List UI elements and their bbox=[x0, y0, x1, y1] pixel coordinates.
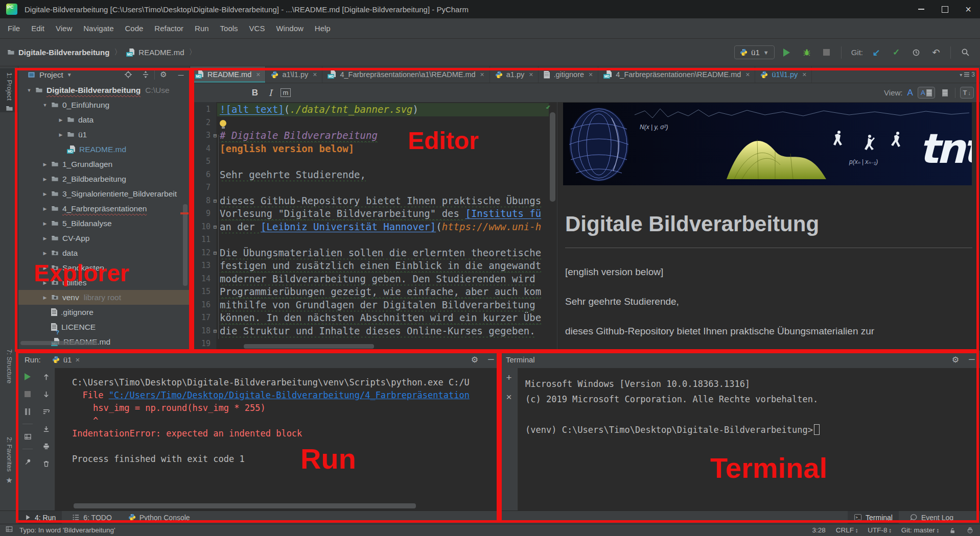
trash-icon[interactable] bbox=[37, 455, 55, 472]
menu-tools[interactable]: Tools bbox=[215, 18, 244, 39]
code-line-3[interactable]: 3⊟# Digitale Bildverarbeitung bbox=[190, 129, 557, 142]
toolwindow-button-favorites[interactable]: 2: Favorites ★ bbox=[0, 433, 18, 485]
tab-ü1\l1.py[interactable]: ü1\l1.py× bbox=[755, 66, 812, 83]
run-console[interactable]: C:\Users\Timo\Desktop\Digitale-Bildverar… bbox=[55, 368, 499, 510]
chevron-collapsed-icon[interactable]: ▶ bbox=[39, 251, 51, 256]
fold-marker-icon[interactable]: ⊟ bbox=[212, 221, 219, 234]
markdown-source-editor[interactable]: 1![alt text](./data/tnt_banner.svg)23⊟# … bbox=[190, 102, 557, 350]
tab-4_Farbrepräsentationen\a1\README.md[interactable]: MD4_Farbrepräsentationen\a1\README.md× bbox=[322, 66, 489, 83]
stacktrace-link[interactable]: "C:/Users/Timo/Desktop/Digitale-Bildvera… bbox=[109, 390, 470, 400]
code-line-18[interactable]: 18⊟die Struktur und Inhalte dieses Onlin… bbox=[190, 325, 557, 338]
tab-4_Farbrepräsentationen\README.md[interactable]: MD4_Farbrepräsentationen\README.md× bbox=[598, 66, 755, 83]
close-icon[interactable]: × bbox=[313, 70, 317, 79]
terminal-prompt[interactable]: (venv) C:\Users\Timo\Desktop\Digitale-Bi… bbox=[525, 422, 980, 437]
tree-item-README.md[interactable]: MDREADME.md bbox=[18, 142, 190, 157]
git-rollback-button[interactable]: ↶ bbox=[928, 46, 944, 59]
gear-icon[interactable]: ⚙ bbox=[947, 353, 964, 366]
search-everywhere-button[interactable] bbox=[958, 46, 973, 59]
run-configuration-selector[interactable]: ü1 ▼ bbox=[734, 45, 775, 59]
view-editor-only-icon[interactable]: A bbox=[907, 88, 913, 98]
chevron-collapsed-icon[interactable]: ▶ bbox=[39, 177, 51, 182]
toolwindow-button-event-log[interactable]: Event Log bbox=[904, 511, 960, 524]
git-update-button[interactable]: ↙ bbox=[869, 46, 884, 59]
terminal-console[interactable]: Microsoft Windows [Version 10.0.18363.13… bbox=[518, 368, 980, 510]
toolwindow-button-project[interactable]: 1: Project bbox=[0, 68, 18, 112]
minimize-button[interactable] bbox=[909, 0, 933, 18]
close-icon[interactable]: × bbox=[802, 70, 806, 79]
project-vertical-scrollbar[interactable] bbox=[183, 204, 188, 286]
menu-run[interactable]: Run bbox=[189, 18, 215, 39]
tree-item-5_Bildanalyse[interactable]: ▶5_Bildanalyse bbox=[18, 216, 190, 231]
stop-disabled-icon[interactable] bbox=[18, 385, 37, 403]
chevron-collapsed-icon[interactable]: ▶ bbox=[39, 236, 51, 241]
code-line-5[interactable]: 5 bbox=[190, 155, 557, 168]
toolwindow-button-6-todo[interactable]: 6: TODO bbox=[66, 511, 118, 524]
chevron-expanded-icon[interactable]: ▼ bbox=[23, 88, 35, 93]
chevron-collapsed-icon[interactable]: ▶ bbox=[55, 117, 67, 123]
tree-item-1_Grundlagen[interactable]: ▶1_Grundlagen bbox=[18, 157, 190, 172]
code-line-6[interactable]: 6Sehr geehrte Studierende, bbox=[190, 168, 557, 182]
toolwindow-button-4-run[interactable]: 4: Run bbox=[18, 511, 62, 524]
pin-icon[interactable] bbox=[18, 453, 37, 470]
hide-panel-icon[interactable]: ─ bbox=[172, 68, 190, 81]
hector-inspections-icon[interactable] bbox=[966, 526, 974, 534]
code-line-13[interactable]: 13festigen und zusätzlich einen Einblick… bbox=[190, 259, 557, 273]
maximize-button[interactable] bbox=[933, 0, 956, 18]
editor-vertical-scrollbar[interactable] bbox=[550, 112, 555, 202]
rerun-icon[interactable] bbox=[18, 368, 37, 385]
chevron-collapsed-icon[interactable]: ▶ bbox=[39, 191, 51, 197]
print-icon[interactable] bbox=[37, 437, 55, 455]
tree-item-data[interactable]: ▶data bbox=[18, 246, 190, 260]
tree-item-.gitignore[interactable]: .gitignore bbox=[18, 305, 190, 320]
toolwindow-button-structure[interactable]: 7: Structure bbox=[0, 345, 18, 387]
toolwindow-switcher-icon[interactable] bbox=[5, 526, 13, 534]
chevron-collapsed-icon[interactable]: ▶ bbox=[39, 280, 51, 285]
tree-item-Sandkasten[interactable]: ▶Sandkasten bbox=[18, 260, 190, 275]
chevron-collapsed-icon[interactable]: ▶ bbox=[39, 206, 51, 211]
chevron-expanded-icon[interactable]: ▼ bbox=[39, 103, 51, 108]
code-line-15[interactable]: 15Programmierübungen gezeigt, wie einfac… bbox=[190, 285, 557, 299]
breadcrumb-item[interactable]: Digitale-Bildverarbeitung bbox=[7, 48, 109, 57]
toolwindow-button-terminal[interactable]: >_Terminal bbox=[848, 511, 899, 524]
close-session-icon[interactable]: × bbox=[500, 387, 518, 407]
soft-wrap-icon[interactable] bbox=[37, 403, 55, 420]
tree-item-3_Signalorientierte_Bildverarbeit[interactable]: ▶3_Signalorientierte_Bildverarbeit bbox=[18, 186, 190, 201]
close-icon[interactable]: × bbox=[745, 70, 750, 79]
fold-marker-icon[interactable]: ⊟ bbox=[212, 325, 219, 338]
collapse-all-icon[interactable] bbox=[137, 68, 154, 81]
close-icon[interactable]: × bbox=[589, 70, 593, 79]
menu-window[interactable]: Window bbox=[270, 18, 309, 39]
gear-icon[interactable]: ⚙ bbox=[155, 68, 172, 81]
close-icon[interactable]: × bbox=[480, 70, 484, 79]
tab-.gitignore[interactable]: .gitignore× bbox=[539, 66, 598, 83]
tree-item-data[interactable]: ▶data bbox=[18, 112, 190, 127]
status-git-master[interactable]: Git: master▴▾ bbox=[901, 526, 939, 534]
code-line-16[interactable]: 16mithilfe von Grundlagen der Digitalen … bbox=[190, 299, 557, 312]
hide-panel-icon[interactable]: ─ bbox=[964, 353, 980, 366]
code-line-9[interactable]: 9Vorlesung "Digitale Bildverarbeitung" d… bbox=[190, 207, 557, 221]
code-line-17[interactable]: 17können. In den nächsten Abschnitten wi… bbox=[190, 311, 557, 325]
code-line-2[interactable]: 2 bbox=[190, 116, 557, 130]
pause-icon[interactable] bbox=[18, 403, 37, 420]
menu-refactor[interactable]: Refactor bbox=[149, 18, 189, 39]
project-panel-title[interactable]: Project bbox=[39, 70, 63, 79]
run-tab[interactable]: ü1 × bbox=[48, 351, 84, 368]
hide-panel-icon[interactable]: ─ bbox=[483, 353, 499, 366]
stop-button[interactable] bbox=[819, 46, 834, 59]
menu-file[interactable]: File bbox=[2, 18, 26, 39]
fold-marker-icon[interactable]: ⊟ bbox=[212, 247, 219, 260]
code-line-8[interactable]: 8⊟dieses Github-Repository bietet Ihnen … bbox=[190, 194, 557, 208]
status-crlf[interactable]: CRLF▴▾ bbox=[836, 526, 858, 534]
code-line-11[interactable]: 11 bbox=[190, 233, 557, 247]
tab-a1\l1.py[interactable]: a1\l1.py× bbox=[266, 66, 322, 83]
down-icon[interactable] bbox=[37, 385, 55, 403]
view-preview-only-icon[interactable] bbox=[940, 88, 950, 98]
chevron-collapsed-icon[interactable]: ▶ bbox=[39, 265, 51, 271]
tab-README.md[interactable]: MDREADME.md× bbox=[190, 66, 266, 83]
chevron-collapsed-icon[interactable]: ▶ bbox=[39, 295, 51, 300]
gear-icon[interactable]: ⚙ bbox=[466, 353, 483, 366]
project-horizontal-scrollbar[interactable] bbox=[20, 341, 97, 345]
scroll-to-end-icon[interactable] bbox=[37, 420, 55, 437]
menu-navigate[interactable]: Navigate bbox=[78, 18, 119, 39]
console-horizontal-scrollbar[interactable] bbox=[74, 503, 416, 508]
